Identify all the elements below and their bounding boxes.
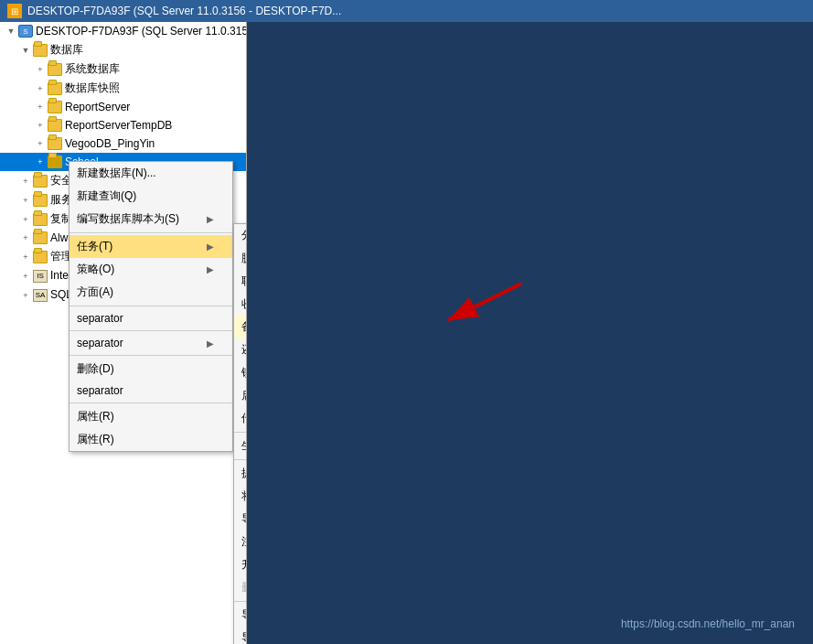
expand-serverobjs[interactable]: +	[18, 193, 33, 208]
menu-new-query[interactable]: 新建查询(Q)	[70, 185, 232, 208]
menu-facets[interactable]: 方面(A)	[70, 281, 232, 304]
menu-reports[interactable]: separator ▶	[70, 333, 232, 353]
submenu-tasks: 分离(D)... 脱机(T) 联机(I) 收缩(S) ▶ 备份(B)... 还原…	[233, 223, 247, 644]
sep-t2	[234, 459, 247, 460]
tree-item-sys-dbs[interactable]: + 系统数据库	[0, 59, 246, 79]
root-label: DESKTOP-F7DA93F (SQL Server 11.0.3156 - …	[36, 25, 247, 38]
sqlagent-icon: SA	[33, 289, 48, 302]
sep-3	[70, 330, 232, 331]
sep-4	[70, 355, 232, 356]
tasks-arrow: ▶	[207, 242, 214, 252]
expand-sys-dbs[interactable]: +	[33, 62, 48, 77]
expand-databases[interactable]: ▼	[18, 43, 33, 58]
menu-powershell[interactable]: separator	[70, 308, 232, 328]
databases-folder-icon	[33, 44, 48, 57]
menu-script-db[interactable]: 编写数据库脚本为(S) ▶	[70, 208, 232, 231]
sys-dbs-icon	[48, 63, 62, 76]
tree-item-databases[interactable]: ▼ 数据库	[0, 40, 246, 59]
integration-icon: IS	[33, 270, 48, 283]
main-panel: ▼ S DESKTOP-F7DA93F (SQL Server 11.0.315…	[0, 22, 813, 644]
vegoodb-icon	[48, 137, 62, 150]
title-bar: ⊞ DESKTOP-F7DA93F (SQL Server 11.0.3156 …	[0, 0, 813, 22]
snapshots-icon	[48, 82, 62, 95]
submenu-export-dac[interactable]: 导出数据层应用程序(N)...	[234, 508, 247, 531]
submenu-register-dac[interactable]: 注册为数据层应用程序(R)...	[234, 531, 247, 553]
script-arrow: ▶	[207, 214, 214, 224]
management-icon	[33, 251, 48, 263]
submenu-extract-dac[interactable]: 提取数据层应用程序(X)...	[234, 462, 247, 485]
submenu-online[interactable]: 联机(I)	[234, 270, 247, 293]
submenu-detach[interactable]: 分离(D)...	[234, 224, 247, 247]
sep-2	[70, 306, 232, 306]
submenu-backup[interactable]: 备份(B)...	[234, 316, 247, 338]
expand-snapshots[interactable]: +	[33, 81, 48, 96]
expand-security[interactable]: +	[18, 174, 33, 188]
submenu-upgrade-dac[interactable]: 升级数据层应用程序(U)...	[234, 553, 247, 576]
tree-item-reportservertempdb[interactable]: + ReportServerTempDB	[0, 116, 246, 134]
sep-t1	[234, 432, 247, 433]
expand-replication[interactable]: +	[18, 212, 33, 227]
submenu-mirror-monitor[interactable]: 启动数据库镜像监视器(O)...	[234, 384, 247, 407]
menu-rename[interactable]: 删除(D)	[70, 358, 232, 381]
expand-reportservertempdb[interactable]: +	[33, 118, 48, 133]
submenu-delete-dac[interactable]: 删除数据层应用程序(E)...	[234, 576, 247, 599]
expand-alwayson[interactable]: +	[18, 231, 33, 245]
replication-icon	[33, 213, 48, 226]
snapshots-label: 数据库快照	[65, 80, 120, 96]
submenu-deploy-azure[interactable]: 将数据库部署到 SQL Azure(A)...	[234, 485, 247, 508]
tree-panel: ▼ S DESKTOP-F7DA93F (SQL Server 11.0.315…	[0, 22, 247, 644]
expand-integration[interactable]: +	[18, 269, 33, 284]
reportserver-icon	[48, 101, 62, 113]
sep-1	[70, 232, 232, 233]
sys-dbs-label: 系统数据库	[65, 61, 120, 77]
expand-sqlagent[interactable]: +	[18, 288, 33, 303]
tree-item-snapshots[interactable]: + 数据库快照	[0, 79, 246, 98]
menu-tasks[interactable]: 任务(T) ▶	[70, 235, 232, 258]
tree-item-vegoodb[interactable]: + VegooDB_PingYin	[0, 134, 246, 153]
submenu-export-data[interactable]: 导出数据(X)...	[234, 627, 247, 644]
tree-item-reportserver[interactable]: + ReportServer	[0, 98, 246, 116]
submenu-generate-scripts[interactable]: 生成脚本(E)...	[234, 435, 247, 457]
submenu-log-shipping[interactable]: 传送事务日志(L)...	[234, 407, 247, 430]
submenu-restore[interactable]: 还原(R) ▶	[234, 338, 247, 361]
expand-school[interactable]: +	[33, 155, 48, 169]
expand-reportserver[interactable]: +	[33, 100, 48, 114]
school-icon	[48, 156, 62, 168]
background-area	[247, 22, 813, 644]
title-text: DESKTOP-F7DA93F (SQL Server 11.0.3156 - …	[27, 5, 341, 17]
submenu-import-data[interactable]: 导入数据(I)...	[234, 604, 247, 627]
sep-5	[70, 402, 232, 403]
security-icon	[33, 175, 48, 188]
watermark: https://blog.csdn.net/hello_mr_anan	[621, 617, 795, 630]
menu-properties[interactable]: 属性(R)	[70, 428, 232, 451]
red-arrow-indicator	[421, 274, 530, 348]
policy-arrow: ▶	[207, 264, 214, 274]
reportservertempdb-icon	[48, 119, 62, 132]
tree-item-root[interactable]: ▼ S DESKTOP-F7DA93F (SQL Server 11.0.315…	[0, 22, 246, 40]
databases-label: 数据库	[50, 42, 83, 58]
submenu-mirror[interactable]: 镜像(M)...	[234, 361, 247, 384]
expand-root[interactable]: ▼	[4, 24, 18, 38]
submenu-offline[interactable]: 脱机(T)	[234, 247, 247, 270]
submenu-shrink[interactable]: 收缩(S) ▶	[234, 293, 247, 316]
expand-vegoodb[interactable]: +	[33, 136, 48, 151]
context-menu-1: 新建数据库(N)... 新建查询(Q) 编写数据库脚本为(S) ▶ 任务(T) …	[69, 161, 233, 452]
reportservertempdb-label: ReportServerTempDB	[65, 119, 172, 132]
expand-management[interactable]: +	[18, 250, 33, 264]
reportserver-label: ReportServer	[65, 101, 130, 113]
reports-arrow: ▶	[207, 338, 214, 349]
sep-t3	[234, 601, 247, 602]
menu-new-db[interactable]: 新建数据库(N)...	[70, 162, 232, 185]
menu-delete[interactable]: separator	[70, 381, 232, 401]
server-icon: S	[18, 25, 33, 38]
app-icon: ⊞	[7, 4, 22, 18]
menu-policy[interactable]: 策略(O) ▶	[70, 258, 232, 281]
alwayson-icon	[33, 231, 48, 244]
menu-refresh[interactable]: 属性(R)	[70, 405, 232, 428]
serverobjs-icon	[33, 194, 48, 207]
vegoodb-label: VegooDB_PingYin	[65, 137, 155, 150]
